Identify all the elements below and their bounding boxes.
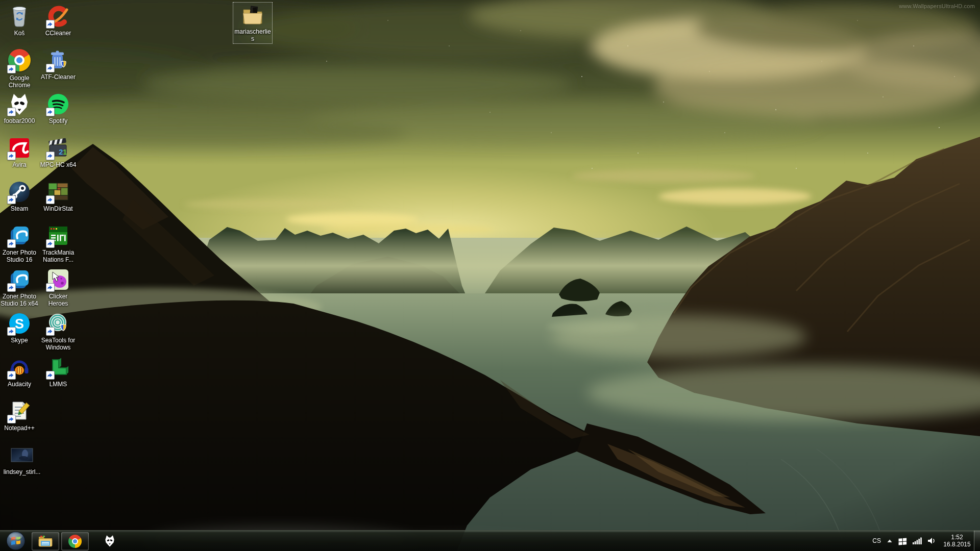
chevron-up-icon <box>887 539 893 543</box>
svg-text:1: 1 <box>63 147 67 156</box>
notepad-plus-plus-icon <box>7 399 32 423</box>
desktop-icon-label: Avira <box>1 161 38 168</box>
shortcut-arrow-icon <box>46 327 55 336</box>
mpc-hc-icon: 2 1 <box>46 136 70 160</box>
desktop-icon-label: Zoner Photo Studio 16 x64 <box>1 293 38 307</box>
shortcut-arrow-icon <box>7 65 16 73</box>
desktop-icon-clicker-heroes[interactable]: Clicker Heroes <box>39 267 77 307</box>
shortcut-arrow-icon <box>46 195 55 204</box>
seatools-icon <box>46 311 70 336</box>
desktop-icon-label: foobar2000 <box>1 117 38 124</box>
desktop-icon-label: Clicker Heroes <box>39 293 77 307</box>
steam-icon <box>7 180 32 204</box>
audacity-icon <box>7 355 32 380</box>
desktop-icon-label: CCleaner <box>39 30 77 37</box>
wallpaper-watermark: www.WallpapersUltraHD.com <box>899 3 975 9</box>
desktop-icon-skype[interactable]: S Skype <box>1 311 38 344</box>
desktop-icon-recycle-bin[interactable]: Koš <box>1 4 38 37</box>
system-tray: CS 1:52 16.8.2015 <box>872 531 973 551</box>
shortcut-arrow-icon <box>7 108 16 116</box>
desktop-icon-label: Koš <box>1 30 38 37</box>
desktop-icon-label: Audacity <box>1 381 38 388</box>
chrome-icon <box>68 535 82 548</box>
desktop-icon-label: ATF-Cleaner <box>39 73 77 81</box>
desktop-icon-windirstat[interactable]: WinDirStat <box>39 180 77 212</box>
svg-text:S: S <box>15 316 24 332</box>
clock-date: 16.8.2015 <box>941 541 973 548</box>
desktop-icon-steam[interactable]: Steam <box>1 180 38 212</box>
zoner-icon <box>7 223 32 248</box>
show-desktop-button[interactable] <box>974 531 980 551</box>
shortcut-arrow-icon <box>46 20 55 29</box>
clock[interactable]: 1:52 16.8.2015 <box>941 534 973 548</box>
shortcut-arrow-icon <box>46 371 55 380</box>
show-hidden-icons-button[interactable] <box>887 539 893 543</box>
clicker-heroes-icon <box>46 267 70 292</box>
desktop-icon-lindsey-video[interactable]: lindsey_stirl... <box>1 443 43 475</box>
speaker-icon <box>927 537 936 544</box>
foobar2000-icon <box>103 534 116 547</box>
desktop-icon-label: WinDirStat <box>39 205 77 212</box>
desktop-icon-label: SeaTools for Windows <box>39 337 77 351</box>
desktop-icon-google-chrome[interactable]: Google Chrome <box>1 48 38 89</box>
shortcut-arrow-icon <box>7 327 16 336</box>
desktop-folder-label: mariascherlies <box>233 28 272 42</box>
avira-icon <box>7 136 32 160</box>
desktop-icon-label: MPC-HC x64 <box>39 161 77 168</box>
skype-icon: S <box>7 311 32 336</box>
desktop-icon-label: Skype <box>1 337 38 344</box>
desktop-icon-mpc-hc[interactable]: 2 1 MPC-HC x64 <box>39 136 77 168</box>
desktop-icon-audacity[interactable]: Audacity <box>1 355 38 388</box>
atf-cleaner-icon <box>46 48 70 72</box>
desktop-icon-label: Google Chrome <box>1 74 38 89</box>
video-file-icon <box>10 443 34 467</box>
desktop-icon-label: lindsey_stirl... <box>1 468 43 475</box>
clock-time: 1:52 <box>941 534 973 541</box>
desktop-icon-zoner-16-x64[interactable]: Zoner Photo Studio 16 x64 <box>1 267 38 307</box>
desktop: www.WallpapersUltraHD.com Koš CCleaner G… <box>0 0 980 551</box>
taskbar: CS 1:52 16.8.2015 <box>0 530 980 551</box>
windows-explorer-icon <box>38 535 53 548</box>
desktop-icon-label: Notepad++ <box>1 424 38 432</box>
desktop-icon-zoner-16[interactable]: Zoner Photo Studio 16 <box>1 223 38 263</box>
start-button[interactable] <box>3 531 29 551</box>
desktop-icon-spotify[interactable]: Spotify <box>39 92 77 124</box>
desktop-icon-trackmania[interactable]: TrackMania Nations F... <box>39 223 77 263</box>
shortcut-arrow-icon <box>46 283 55 292</box>
network-tray-icon[interactable] <box>913 537 922 544</box>
volume-tray-icon[interactable] <box>927 537 936 544</box>
signal-bars-icon <box>913 537 922 544</box>
windows-orb-icon <box>6 531 26 550</box>
taskbar-chrome-button[interactable] <box>61 532 89 550</box>
desktop-icon-label: Spotify <box>39 117 77 124</box>
desktop-icon-notepad-plus-plus[interactable]: Notepad++ <box>1 399 38 432</box>
desktop-icon-foobar2000[interactable]: foobar2000 <box>1 92 38 124</box>
taskbar-foobar2000-icon[interactable] <box>102 534 117 548</box>
shortcut-arrow-icon <box>7 152 16 160</box>
desktop-icon-avira[interactable]: Avira <box>1 136 38 168</box>
desktop-icon-label: LMMS <box>39 381 77 388</box>
desktop-icon-ccleaner[interactable]: CCleaner <box>39 4 77 37</box>
shortcut-arrow-icon <box>46 152 55 160</box>
desktop-folder-mariascherlies[interactable]: mariascherlies <box>233 2 273 44</box>
desktop-icon-label: TrackMania Nations F... <box>39 249 77 263</box>
desktop-icon-atf-cleaner[interactable]: ATF-Cleaner <box>39 48 77 81</box>
shortcut-arrow-icon <box>7 195 16 204</box>
desktop-icon-lmms[interactable]: LMMS <box>39 355 77 388</box>
shortcut-arrow-icon <box>46 239 55 248</box>
shortcut-arrow-icon <box>7 283 16 292</box>
shortcut-arrow-icon <box>7 415 16 423</box>
foobar2000-icon <box>7 92 32 116</box>
wallpaper-image <box>0 0 980 551</box>
folder-icon <box>240 3 265 28</box>
lmms-icon <box>46 355 70 380</box>
shortcut-arrow-icon <box>7 371 16 380</box>
desktop-icon-seatools[interactable]: SeaTools for Windows <box>39 311 77 351</box>
windirstat-icon <box>46 180 70 204</box>
language-indicator[interactable]: CS <box>872 537 881 544</box>
taskbar-explorer-button[interactable] <box>32 532 59 550</box>
windows-update-tray-icon[interactable] <box>898 537 907 545</box>
zoner-icon <box>7 267 32 292</box>
spotify-icon <box>46 92 70 116</box>
trackmania-icon <box>46 223 70 248</box>
